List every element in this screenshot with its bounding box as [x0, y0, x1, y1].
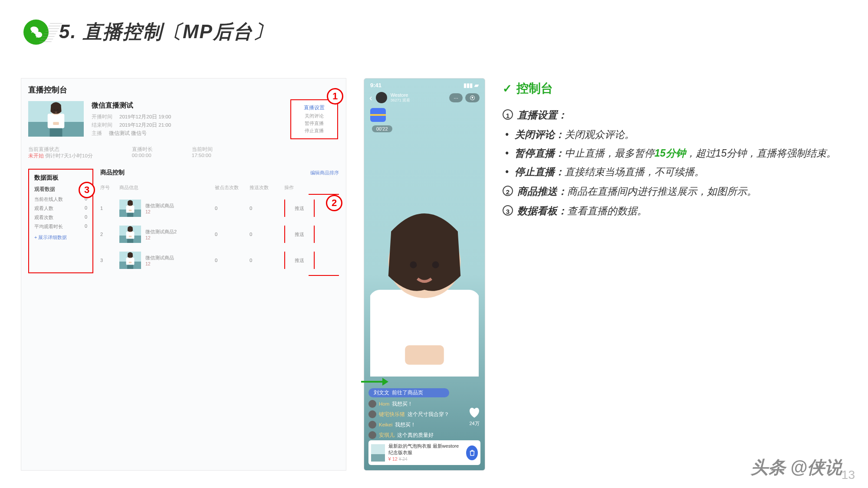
annotation-badge-1: 1: [327, 88, 343, 105]
live-title: 微信直播测试: [92, 101, 171, 110]
annotation-arrow: [361, 381, 387, 383]
status-bar: 9:41 ▮▮▮ ▰: [364, 79, 485, 90]
check-icon: ✓: [503, 79, 512, 98]
push-button[interactable]: 推送: [284, 252, 315, 269]
shopping-bag-icon[interactable]: [466, 445, 478, 460]
close-button[interactable]: ⦿: [465, 93, 480, 102]
settings-header: 直播设置: [296, 105, 333, 111]
goods-control: 商品控制 编辑商品排序 序号 商品信息 被点击次数 推送次数 操作 1 微信测试…: [100, 169, 339, 273]
action-banner: 刘文文前往了商品页: [368, 388, 449, 397]
push-button[interactable]: 推送: [284, 226, 315, 243]
comment-stream: 刘文文前往了商品页 Hom我想买！ 键宅快乐猪这个尺寸我合穿？ Keikei我想…: [368, 388, 449, 439]
goods-row: 3 微信测试商品12 00 推送: [100, 247, 339, 273]
phone-preview: 9:41 ▮▮▮ ▰ ‹ Westore36271 观看 ··· ⦿ 00'22…: [364, 78, 485, 471]
goods-row: 1 微信测试商品12 00 推送: [100, 195, 339, 221]
setting-pause-live[interactable]: 暂停直播: [296, 120, 333, 127]
signal-wifi-battery-icon: ▮▮▮ ▰: [464, 82, 479, 88]
live-settings-menu[interactable]: 直播设置 关闭评论 暂停直播 停止直播: [290, 99, 338, 139]
edit-goods-order-link[interactable]: 编辑商品排序: [310, 170, 339, 176]
watermark: 头条 @侠说: [751, 455, 842, 479]
console-title: 直播控制台: [28, 85, 339, 95]
goods-row: 2 微信测试商品212 00 推送: [100, 221, 339, 247]
live-timer: 00'22: [372, 125, 392, 132]
live-console-panel: 直播控制台 微信直播测试 开播时间2019年12月20日 19:00 结束时间2…: [21, 78, 346, 471]
like-icon[interactable]: [468, 406, 480, 419]
gift-icon[interactable]: [370, 108, 386, 122]
setting-close-comments[interactable]: 关闭评论: [296, 113, 333, 119]
annotation-badge-3: 3: [79, 182, 95, 198]
push-button[interactable]: 推送: [284, 200, 315, 217]
slide-title: 5. 直播控制〔MP后台〕: [59, 19, 273, 45]
more-button[interactable]: ···: [449, 93, 463, 102]
live-cover-thumb: [28, 101, 84, 137]
wechat-mp-logo: [23, 20, 49, 45]
explanation-notes: ✓控制台 1直播设置： 关闭评论：关闭观众评论。 暂停直播：中止直播，最多暂停1…: [503, 78, 847, 471]
page-number: 13: [842, 468, 855, 482]
store-avatar[interactable]: [376, 92, 387, 103]
product-thumb: [371, 444, 385, 462]
show-detail-link[interactable]: + 展示详细数据: [34, 234, 87, 241]
back-icon[interactable]: ‹: [369, 93, 372, 103]
setting-stop-live[interactable]: 停止直播: [296, 128, 333, 134]
pushed-product-card[interactable]: 最新款的气泡狗衣服 最新westore纪念版衣服 ¥ 12 ¥ 24: [368, 440, 480, 465]
